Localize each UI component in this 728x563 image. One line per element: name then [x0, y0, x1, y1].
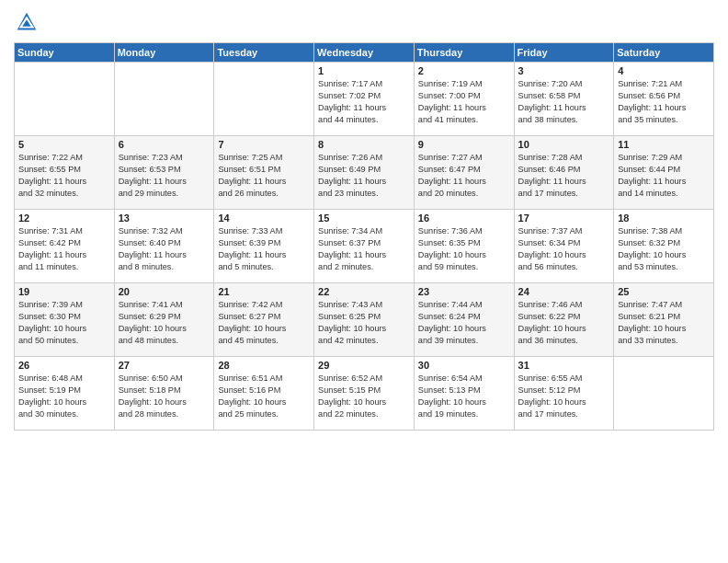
day-info: Sunrise: 7:20 AM Sunset: 6:58 PM Dayligh…: [518, 78, 610, 126]
calendar-cell: 24Sunrise: 7:46 AM Sunset: 6:22 PM Dayli…: [514, 283, 614, 357]
calendar-cell: 3Sunrise: 7:20 AM Sunset: 6:58 PM Daylig…: [514, 63, 614, 136]
day-info: Sunrise: 7:41 AM Sunset: 6:29 PM Dayligh…: [119, 299, 210, 347]
day-info: Sunrise: 7:36 AM Sunset: 6:35 PM Dayligh…: [418, 225, 510, 273]
calendar-header-saturday: Saturday: [614, 43, 714, 63]
day-info: Sunrise: 7:25 AM Sunset: 6:51 PM Dayligh…: [218, 152, 310, 200]
day-info: Sunrise: 7:38 AM Sunset: 6:32 PM Dayligh…: [618, 225, 710, 273]
calendar-cell: 29Sunrise: 6:52 AM Sunset: 5:15 PM Dayli…: [314, 357, 415, 431]
calendar-cell: 22Sunrise: 7:43 AM Sunset: 6:25 PM Dayli…: [314, 283, 415, 357]
day-info: Sunrise: 7:32 AM Sunset: 6:40 PM Dayligh…: [119, 225, 210, 273]
calendar-header-thursday: Thursday: [414, 43, 514, 63]
day-info: Sunrise: 6:54 AM Sunset: 5:13 PM Dayligh…: [418, 373, 510, 420]
calendar-cell: 28Sunrise: 6:51 AM Sunset: 5:16 PM Dayli…: [214, 357, 314, 431]
day-number: 27: [119, 360, 210, 371]
day-info: Sunrise: 7:17 AM Sunset: 7:02 PM Dayligh…: [318, 78, 410, 126]
calendar-cell: 20Sunrise: 7:41 AM Sunset: 6:29 PM Dayli…: [114, 283, 214, 357]
calendar-week-2: 5Sunrise: 7:22 AM Sunset: 6:55 PM Daylig…: [15, 136, 714, 210]
calendar-cell: [214, 63, 314, 136]
calendar-cell: [614, 357, 714, 431]
day-number: 26: [18, 360, 110, 371]
day-info: Sunrise: 7:22 AM Sunset: 6:55 PM Dayligh…: [18, 152, 110, 200]
calendar-cell: 23Sunrise: 7:44 AM Sunset: 6:24 PM Dayli…: [414, 283, 514, 357]
day-info: Sunrise: 6:51 AM Sunset: 5:16 PM Dayligh…: [218, 373, 310, 420]
day-info: Sunrise: 7:21 AM Sunset: 6:56 PM Dayligh…: [618, 78, 710, 126]
day-number: 13: [119, 213, 210, 224]
day-info: Sunrise: 7:37 AM Sunset: 6:34 PM Dayligh…: [518, 225, 610, 273]
calendar-cell: 16Sunrise: 7:36 AM Sunset: 6:35 PM Dayli…: [414, 210, 514, 283]
day-info: Sunrise: 7:23 AM Sunset: 6:53 PM Dayligh…: [119, 152, 210, 200]
day-number: 7: [218, 139, 310, 150]
calendar-cell: [15, 63, 115, 136]
day-info: Sunrise: 7:26 AM Sunset: 6:49 PM Dayligh…: [318, 152, 410, 200]
day-number: 21: [218, 286, 310, 297]
day-number: 14: [218, 213, 310, 224]
calendar-cell: 14Sunrise: 7:33 AM Sunset: 6:39 PM Dayli…: [214, 210, 314, 283]
calendar-week-1: 1Sunrise: 7:17 AM Sunset: 7:02 PM Daylig…: [15, 63, 714, 136]
calendar-header-tuesday: Tuesday: [214, 43, 314, 63]
calendar-week-3: 12Sunrise: 7:31 AM Sunset: 6:42 PM Dayli…: [15, 210, 714, 283]
day-info: Sunrise: 7:34 AM Sunset: 6:37 PM Dayligh…: [318, 225, 410, 273]
day-number: 24: [518, 286, 610, 297]
day-number: 9: [418, 139, 510, 150]
day-info: Sunrise: 6:55 AM Sunset: 5:12 PM Dayligh…: [518, 373, 610, 420]
day-info: Sunrise: 7:46 AM Sunset: 6:22 PM Dayligh…: [518, 299, 610, 347]
calendar-cell: 30Sunrise: 6:54 AM Sunset: 5:13 PM Dayli…: [414, 357, 514, 431]
day-number: 10: [518, 139, 610, 150]
calendar-cell: 27Sunrise: 6:50 AM Sunset: 5:18 PM Dayli…: [114, 357, 214, 431]
day-number: 29: [318, 360, 410, 371]
calendar-cell: 4Sunrise: 7:21 AM Sunset: 6:56 PM Daylig…: [614, 63, 714, 136]
calendar-cell: 5Sunrise: 7:22 AM Sunset: 6:55 PM Daylig…: [15, 136, 115, 210]
day-number: 19: [18, 286, 110, 297]
calendar-week-5: 26Sunrise: 6:48 AM Sunset: 5:19 PM Dayli…: [15, 357, 714, 431]
calendar-cell: 2Sunrise: 7:19 AM Sunset: 7:00 PM Daylig…: [414, 63, 514, 136]
day-info: Sunrise: 7:43 AM Sunset: 6:25 PM Dayligh…: [318, 299, 410, 347]
day-number: 25: [618, 286, 710, 297]
calendar-header-sunday: Sunday: [15, 43, 115, 63]
day-number: 4: [618, 65, 710, 76]
calendar-cell: 10Sunrise: 7:28 AM Sunset: 6:46 PM Dayli…: [514, 136, 614, 210]
day-number: 16: [418, 213, 510, 224]
day-number: 28: [218, 360, 310, 371]
calendar-header-row: SundayMondayTuesdayWednesdayThursdayFrid…: [15, 43, 714, 63]
day-info: Sunrise: 7:47 AM Sunset: 6:21 PM Dayligh…: [618, 299, 710, 347]
calendar-cell: 31Sunrise: 6:55 AM Sunset: 5:12 PM Dayli…: [514, 357, 614, 431]
calendar-cell: 18Sunrise: 7:38 AM Sunset: 6:32 PM Dayli…: [614, 210, 714, 283]
day-info: Sunrise: 6:52 AM Sunset: 5:15 PM Dayligh…: [318, 373, 410, 420]
logo-icon: [14, 9, 40, 35]
calendar-cell: 12Sunrise: 7:31 AM Sunset: 6:42 PM Dayli…: [15, 210, 115, 283]
day-info: Sunrise: 6:48 AM Sunset: 5:19 PM Dayligh…: [18, 373, 110, 420]
calendar-header-wednesday: Wednesday: [314, 43, 415, 63]
day-number: 1: [318, 65, 410, 76]
calendar-cell: 9Sunrise: 7:27 AM Sunset: 6:47 PM Daylig…: [414, 136, 514, 210]
day-number: 2: [418, 65, 510, 76]
calendar-cell: 6Sunrise: 7:23 AM Sunset: 6:53 PM Daylig…: [114, 136, 214, 210]
calendar-cell: 25Sunrise: 7:47 AM Sunset: 6:21 PM Dayli…: [614, 283, 714, 357]
day-number: 12: [18, 213, 110, 224]
day-number: 30: [418, 360, 510, 371]
calendar-header-monday: Monday: [114, 43, 214, 63]
calendar-cell: 19Sunrise: 7:39 AM Sunset: 6:30 PM Dayli…: [15, 283, 115, 357]
calendar-cell: 15Sunrise: 7:34 AM Sunset: 6:37 PM Dayli…: [314, 210, 415, 283]
calendar-cell: 7Sunrise: 7:25 AM Sunset: 6:51 PM Daylig…: [214, 136, 314, 210]
day-number: 18: [618, 213, 710, 224]
day-number: 15: [318, 213, 410, 224]
day-number: 3: [518, 65, 610, 76]
day-number: 23: [418, 286, 510, 297]
calendar-cell: 1Sunrise: 7:17 AM Sunset: 7:02 PM Daylig…: [314, 63, 415, 136]
day-info: Sunrise: 7:44 AM Sunset: 6:24 PM Dayligh…: [418, 299, 510, 347]
day-number: 31: [518, 360, 610, 371]
day-number: 6: [119, 139, 210, 150]
day-info: Sunrise: 7:33 AM Sunset: 6:39 PM Dayligh…: [218, 225, 310, 273]
calendar-cell: [114, 63, 214, 136]
day-info: Sunrise: 7:39 AM Sunset: 6:30 PM Dayligh…: [18, 299, 110, 347]
day-number: 8: [318, 139, 410, 150]
calendar-week-4: 19Sunrise: 7:39 AM Sunset: 6:30 PM Dayli…: [15, 283, 714, 357]
calendar-header-friday: Friday: [514, 43, 614, 63]
logo: [14, 9, 42, 35]
day-number: 11: [618, 139, 710, 150]
day-number: 17: [518, 213, 610, 224]
day-info: Sunrise: 7:27 AM Sunset: 6:47 PM Dayligh…: [418, 152, 510, 200]
day-info: Sunrise: 7:19 AM Sunset: 7:00 PM Dayligh…: [418, 78, 510, 126]
day-info: Sunrise: 7:29 AM Sunset: 6:44 PM Dayligh…: [618, 152, 710, 200]
day-info: Sunrise: 7:42 AM Sunset: 6:27 PM Dayligh…: [218, 299, 310, 347]
